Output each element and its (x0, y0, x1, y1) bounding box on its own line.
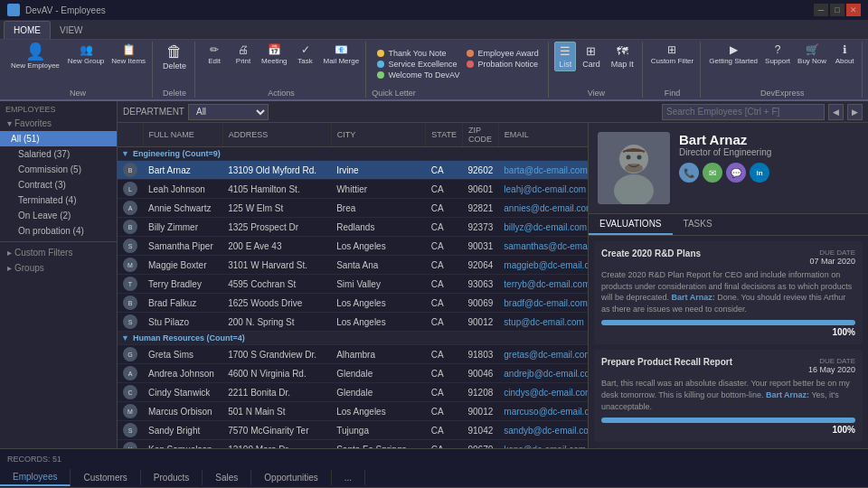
sidebar-custom-filters[interactable]: ▸ Custom Filters (0, 245, 117, 260)
new-group-button[interactable]: 👥 New Group (65, 42, 107, 67)
sidebar-item-commission[interactable]: Commission (5) (0, 162, 117, 177)
close-btn[interactable]: ✕ (846, 4, 861, 16)
actions-group-label: Actions (268, 89, 295, 98)
map-view-button[interactable]: 🗺 Map It (607, 42, 638, 71)
linkedin-button[interactable]: in (750, 163, 769, 183)
table-row[interactable]: C Cindy Stanwick 2211 Bonita Dr. Glendal… (118, 383, 588, 402)
getting-started-button[interactable]: ▶ Getting Started (706, 42, 760, 67)
card-view-button[interactable]: ⊞ Card (578, 42, 605, 71)
new-employee-button[interactable]: 👤 New Employee (7, 42, 63, 72)
table-row[interactable]: B Brad Falkuz 1625 Woods Drive Los Angel… (118, 294, 588, 313)
quick-letter-label: Quick Letter (372, 89, 416, 98)
eval-title: Prepare Product Recall Report (601, 357, 732, 367)
table-row[interactable]: B Bart Arnaz 13109 Old Myford Rd. Irvine… (118, 161, 588, 180)
col-city[interactable]: CITY (331, 123, 426, 147)
bottom-tab-sales[interactable]: Sales (203, 470, 251, 485)
progress-fill (601, 320, 855, 325)
tab-evaluations[interactable]: EVALUATIONS (589, 214, 673, 235)
tab-tasks[interactable]: TASKS (673, 214, 723, 235)
sidebar-item-on-probation[interactable]: On probation (4) (0, 223, 117, 239)
tab-home[interactable]: HOME (4, 21, 51, 39)
chat-button[interactable]: 💬 (726, 163, 746, 183)
table-group-header[interactable]: ▼Engineering (Count=9) (118, 147, 588, 161)
bottom-tab-customers[interactable]: Customers (71, 470, 140, 485)
table-row[interactable]: M Maggie Boxter 3101 W Harvard St. Santa… (118, 256, 588, 275)
sidebar-item-on-leave[interactable]: On Leave (2) (0, 208, 117, 223)
sidebar-item-contract[interactable]: Contract (3) (0, 177, 117, 192)
sidebar-item-salaried[interactable]: Salaried (37) (0, 146, 117, 162)
col-address[interactable]: ADDRESS (222, 123, 331, 147)
table-group-header[interactable]: ▼Human Resources (Count=4) (118, 332, 588, 345)
meeting-button[interactable]: 📅 Meeting (259, 42, 289, 67)
search-next-btn[interactable]: ▶ (847, 104, 863, 120)
evaluation-item: Create 2020 R&D Plans DUE DATE 07 Mar 20… (594, 241, 863, 344)
employee-photo (598, 132, 670, 204)
sidebar-item-terminated[interactable]: Terminated (4) (0, 192, 117, 208)
edit-button[interactable]: ✏ Edit (201, 42, 228, 67)
bottom-tab-opportunities[interactable]: Opportunities (251, 470, 331, 485)
support-button[interactable]: ? Support (762, 42, 793, 67)
custom-filter-button[interactable]: ⊞ Custom Filter (648, 42, 697, 67)
table-row[interactable]: S Samantha Piper 200 E Ave 43 Los Angele… (118, 237, 588, 256)
quick-letter-employee-award[interactable]: Employee Award (467, 49, 538, 58)
quick-letter-service[interactable]: Service Excellence (377, 60, 459, 69)
about-button[interactable]: ℹ About (831, 42, 858, 67)
quick-letter-welcome[interactable]: Welcome To DevAV (377, 70, 459, 80)
maximize-btn[interactable]: □ (830, 4, 844, 16)
print-button[interactable]: 🖨 Print (230, 42, 257, 67)
col-fullname[interactable]: FULL NAME (143, 123, 222, 147)
tab-view[interactable]: VIEW (51, 22, 92, 39)
table-row[interactable]: K Ken Samuelson 12100 Mora Dr Santa Fe S… (118, 440, 588, 449)
progress-label: 100% (601, 327, 855, 337)
evaluation-item: Prepare Product Recall Report DUE DATE 1… (594, 350, 863, 442)
svg-point-3 (627, 155, 631, 160)
sidebar-favorites-header[interactable]: ▾ Favorites (0, 116, 117, 131)
sidebar-groups[interactable]: ▸ Groups (0, 260, 117, 276)
sidebar-section-title: Employees (0, 101, 117, 116)
sidebar-item-all[interactable]: All (51) (0, 131, 117, 146)
col-email[interactable]: EMAIL (498, 123, 588, 147)
table-row[interactable]: M Marcus Orbison 501 N Main St Los Angel… (118, 402, 588, 421)
bottom-tab-employees[interactable]: Employees (0, 469, 71, 486)
col-state[interactable]: STATE (426, 123, 463, 147)
task-button[interactable]: ✓ Task (292, 42, 319, 67)
table-row[interactable]: S Sandy Bright 7570 McGinarity Ter Tujun… (118, 421, 588, 440)
table-row[interactable]: S Stu Pilazo 200 N. Spring St Los Angele… (118, 313, 588, 332)
email-action-button[interactable]: ✉ (703, 163, 722, 183)
buy-now-button[interactable]: 🛒 Buy Now (795, 42, 829, 67)
table-row[interactable]: G Greta Sims 1700 S Grandview Dr. Alhamb… (118, 345, 588, 364)
mail-merge-button[interactable]: 📧 Mail Merge (321, 42, 363, 67)
phone-button[interactable]: 📞 (679, 163, 699, 183)
title-bar-title: DevAV - Employees (25, 5, 106, 15)
quick-letter-thank-you[interactable]: Thank You Note (377, 49, 459, 58)
bottom-tab-more[interactable]: ... (332, 470, 365, 485)
app-icon (7, 4, 20, 16)
sidebar-item-contract-label: Contract (3) (18, 180, 66, 190)
search-prev-btn[interactable]: ◀ (828, 104, 844, 120)
department-select[interactable]: All Engineering HR IT Management Sales (188, 104, 269, 120)
chevron-right-icon: ▸ (7, 248, 12, 258)
search-input[interactable] (662, 104, 825, 120)
table-row[interactable]: A Annie Schwartz 125 W Elm St Brea CA 92… (118, 199, 588, 218)
chevron-down-icon: ▾ (7, 118, 12, 128)
filter-bar: DEPARTMENT All Engineering HR IT Managem… (118, 101, 868, 123)
bottom-tab-products[interactable]: Products (141, 470, 203, 485)
delete-button[interactable]: 🗑 Delete (158, 42, 191, 72)
progress-fill (601, 418, 855, 423)
list-view-button[interactable]: ☰ List (554, 42, 576, 71)
find-group-label: Find (665, 89, 681, 98)
col-zip[interactable]: ZIP CODE (463, 123, 499, 147)
sidebar-item-commission-label: Commission (5) (18, 164, 81, 174)
quick-letter-probation[interactable]: Probation Notice (467, 60, 538, 69)
table-row[interactable]: A Andrea Johnson 4600 N Virginia Rd. Gle… (118, 364, 588, 383)
table-row[interactable]: B Billy Zimmer 1325 Prospect Dr Redlands… (118, 218, 588, 237)
evaluation-item: Review New HDMI Specification DUE DATE 3… (594, 447, 863, 448)
buy-now-icon: 🛒 (806, 43, 819, 56)
sidebar-item-terminated-label: Terminated (4) (18, 195, 76, 205)
table-row[interactable]: L Leah Johnson 4105 Hamilton St. Whittie… (118, 180, 588, 199)
filter-icon: ⊞ (667, 43, 676, 56)
new-items-button[interactable]: 📋 New Items (108, 42, 148, 67)
minimize-btn[interactable]: ─ (814, 4, 828, 16)
status-bar: RECORDS: 51 (0, 448, 868, 468)
table-row[interactable]: T Terry Bradley 4595 Cochran St Simi Val… (118, 275, 588, 294)
